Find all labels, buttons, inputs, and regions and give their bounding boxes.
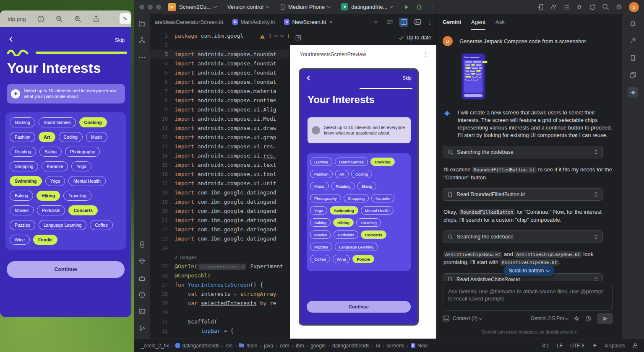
editor-tab-mainactivity-kt[interactable]: KMainActivity.kt: [228, 14, 279, 30]
project-selector[interactable]: SC Screen2Co...: [168, 3, 216, 11]
device-selector[interactable]: Medium Phone: [280, 4, 330, 10]
run-button[interactable]: [404, 4, 409, 10]
expand-collapse-icon[interactable]: [594, 277, 598, 281]
line-number[interactable]: 6: [150, 78, 175, 87]
line-number[interactable]: 31: [150, 317, 175, 326]
code-line-30[interactable]: 30: [150, 308, 289, 317]
breadcrumb-com[interactable]: com: [279, 343, 290, 349]
sync-project-icon[interactable]: [589, 4, 596, 10]
line-number[interactable]: 25: [150, 262, 175, 271]
line-separator[interactable]: LF: [557, 343, 563, 349]
build-icon[interactable]: [137, 273, 147, 283]
more-actions-icon[interactable]: ⋮: [429, 4, 435, 10]
line-number[interactable]: 21: [150, 216, 175, 225]
breadcrumb-datingandfriends[interactable]: datingandfriends: [331, 343, 370, 349]
line-number[interactable]: 29: [150, 299, 175, 308]
line-number[interactable]: 8: [150, 96, 175, 105]
line-number[interactable]: 7: [150, 87, 175, 96]
build-tool-icon[interactable]: [628, 36, 638, 46]
breadcrumb-datingandfriends[interactable]: datingandfriends: [175, 343, 220, 349]
line-number[interactable]: 12: [150, 133, 175, 142]
markup-edit-button[interactable]: ✎: [120, 13, 131, 24]
gemini-icon[interactable]: [628, 87, 638, 98]
share-icon[interactable]: [93, 15, 99, 23]
line-number[interactable]: 5: [150, 68, 175, 78]
debug-button[interactable]: [416, 4, 422, 10]
line-number[interactable]: 30: [150, 308, 175, 317]
line-number[interactable]: 23: [150, 234, 175, 243]
preview-options-icon[interactable]: ⋮: [423, 51, 429, 58]
breadcrumb-_circle_2_fix[interactable]: _circle_2_fix: [140, 343, 170, 349]
code-line-32[interactable]: 32 topBar = {: [150, 326, 289, 336]
context-selector[interactable]: Context (2): [453, 316, 482, 321]
usages-hint[interactable]: 2 Usages: [175, 255, 197, 260]
problems-icon[interactable]: [137, 290, 147, 300]
expand-collapse-icon[interactable]: [594, 234, 598, 240]
breadcrumb-main[interactable]: main: [238, 343, 258, 349]
settings-gear-icon[interactable]: [615, 3, 623, 10]
breadcrumb-new[interactable]: KNew: [410, 343, 428, 349]
send-button[interactable]: [597, 313, 613, 324]
notifications-bell-icon[interactable]: [628, 18, 638, 29]
line-number[interactable]: 20: [150, 207, 175, 216]
app-insights-icon[interactable]: [137, 256, 147, 267]
breadcrumb-ibm[interactable]: ibm: [295, 343, 305, 349]
line-number[interactable]: 19: [150, 197, 175, 207]
line-number[interactable]: 10: [150, 114, 175, 124]
breadcrumb-java[interactable]: java: [263, 343, 274, 349]
code-line-16[interactable]: 16import androidx.compose.ui.tool: [150, 170, 289, 179]
line-number[interactable]: 13: [150, 142, 175, 151]
code-line-29[interactable]: 29 var selectedInterests by re: [150, 299, 289, 308]
running-devices-icon[interactable]: [137, 239, 147, 250]
line-number[interactable]: 14: [150, 151, 175, 160]
breadcrumb-screens[interactable]: screens: [386, 343, 405, 349]
tool-call-read-file[interactable]: Read RoundedFilledButton.kt: [443, 188, 603, 201]
run-configuration-selector[interactable]: ♥ datingandfrie...: [341, 3, 393, 10]
split-view-icon[interactable]: [399, 18, 408, 27]
code-line-7[interactable]: 7import androidx.compose.materia: [150, 87, 289, 96]
code-line-25[interactable]: 25@OptIn(...markerClass = Experiment: [150, 262, 289, 271]
next-problem-icon[interactable]: [280, 34, 284, 37]
breadcrumb-ui[interactable]: ui: [375, 343, 381, 349]
tool-call-search-codebase[interactable]: Searching the codebase: [443, 230, 603, 243]
line-number[interactable]: 9: [150, 105, 175, 114]
code-line-10[interactable]: 10import androidx.compose.ui.Modi: [150, 114, 289, 124]
code-line-9[interactable]: 9import androidx.compose.ui.Alig: [150, 105, 289, 114]
code-line-21[interactable]: 21import com.ibm.google.datingand: [150, 216, 289, 225]
code-line-2[interactable]: 2: [150, 41, 289, 50]
code-line-13[interactable]: 13import androidx.compose.ui.res.: [150, 142, 289, 151]
code-line-23[interactable]: 23import com.ibm.google.datingand: [150, 234, 289, 243]
code-editor[interactable]: 1package com.ibm.googl23import androidx.…: [150, 30, 289, 339]
line-number[interactable]: 4: [150, 59, 175, 68]
git-branch-icon[interactable]: [137, 323, 147, 334]
line-number[interactable]: 16: [150, 170, 175, 179]
line-number[interactable]: 11: [150, 124, 175, 133]
previous-problem-icon[interactable]: [274, 35, 278, 39]
device-manager-icon[interactable]: [628, 53, 638, 63]
close-tab-icon[interactable]: ×: [329, 19, 333, 25]
code-view-icon[interactable]: [385, 18, 394, 27]
line-number[interactable]: 24: [150, 243, 175, 253]
zoom-out-icon[interactable]: [56, 16, 63, 23]
zoom-in-icon[interactable]: [74, 16, 81, 23]
line-number[interactable]: 26: [150, 271, 175, 280]
layers-icon[interactable]: [628, 70, 638, 80]
inspection-widget[interactable]: 1: [258, 33, 285, 40]
code-line-4[interactable]: 4import androidx.compose.foundat: [150, 59, 289, 68]
lock-icon[interactable]: [633, 343, 638, 349]
code-line-19[interactable]: 19import com.ibm.google.datingand: [150, 197, 289, 207]
tool-call-search-codebase[interactable]: Searching the codebase: [443, 146, 603, 158]
code-line-22[interactable]: 22import com.ibm.google.datingand: [150, 225, 289, 234]
hidden-tabs-chevron-icon[interactable]: [371, 18, 381, 27]
editor-tab-newscreen-kt[interactable]: KNewScreen.kt×: [279, 14, 337, 30]
code-line-6[interactable]: 6import androidx.compose.foundat: [150, 78, 289, 87]
line-number[interactable]: 1: [150, 31, 175, 41]
build-refresh-icon[interactable]: [295, 34, 302, 41]
model-selector[interactable]: Gemini 2.5 Pro: [531, 316, 568, 321]
code-line-17[interactable]: 17import androidx.compose.ui.unit: [150, 179, 289, 188]
editor-tab-ateideasgeneratorscreen-kt[interactable]: ateIdeasGeneratorScreen.kt: [150, 14, 228, 30]
task-list-icon[interactable]: [563, 4, 570, 10]
minimize-window-button[interactable]: [148, 5, 153, 10]
code-line-24[interactable]: 24: [150, 243, 289, 253]
line-number[interactable]: 32: [150, 326, 175, 336]
